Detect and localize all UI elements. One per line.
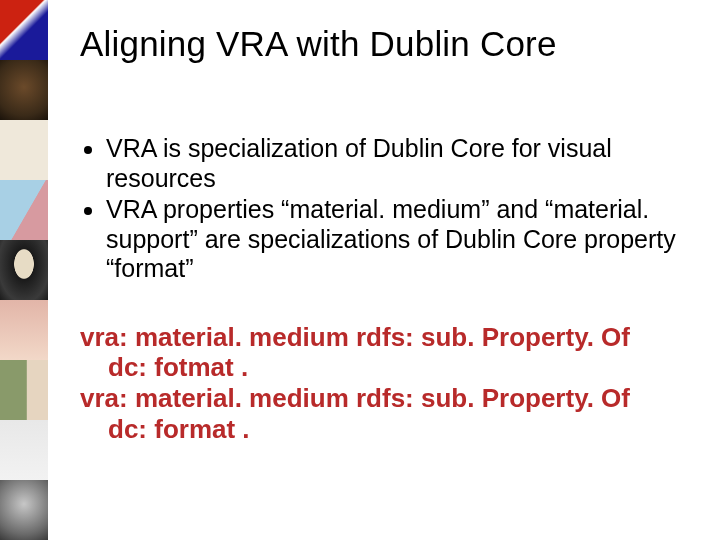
- thumbnail: [0, 180, 48, 240]
- thumbnail: [0, 420, 48, 480]
- slide: Aligning VRA with Dublin Core VRA is spe…: [0, 0, 720, 540]
- code-line: dc: format .: [80, 414, 700, 445]
- thumbnail: [0, 480, 48, 540]
- code-line: vra: material. medium rdfs: sub. Propert…: [80, 383, 700, 414]
- code-line: dc: fotmat .: [80, 352, 700, 383]
- code-block: vra: material. medium rdfs: sub. Propert…: [80, 322, 700, 445]
- bullet-item: VRA properties “material. medium” and “m…: [106, 195, 700, 284]
- thumbnail: [0, 300, 48, 360]
- bullet-list: VRA is specialization of Dublin Core for…: [80, 134, 700, 284]
- bullet-item: VRA is specialization of Dublin Core for…: [106, 134, 700, 193]
- thumbnail-strip: [0, 0, 48, 540]
- thumbnail: [0, 60, 48, 120]
- thumbnail: [0, 0, 48, 60]
- thumbnail: [0, 360, 48, 420]
- slide-content: Aligning VRA with Dublin Core VRA is spe…: [80, 24, 700, 444]
- thumbnail: [0, 240, 48, 300]
- code-line: vra: material. medium rdfs: sub. Propert…: [80, 322, 700, 353]
- slide-title: Aligning VRA with Dublin Core: [80, 24, 700, 64]
- thumbnail: [0, 120, 48, 180]
